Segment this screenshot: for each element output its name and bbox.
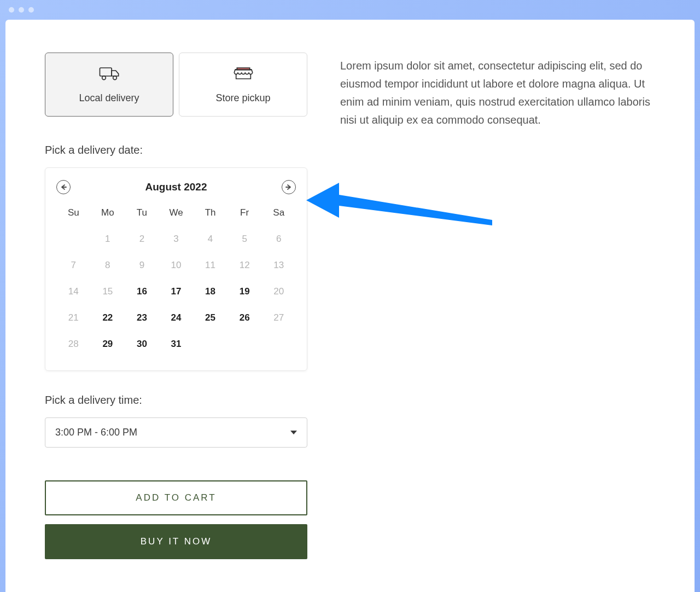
calendar-day — [56, 226, 91, 252]
calendar-weekday: Tu — [125, 203, 159, 226]
calendar-day: 20 — [261, 278, 296, 305]
calendar-weekday: Mo — [91, 203, 125, 226]
next-month-button[interactable] — [282, 180, 296, 194]
calendar-day[interactable]: 17 — [159, 278, 194, 305]
calendar-weekday: Sa — [261, 203, 296, 226]
calendar-day: 3 — [159, 226, 194, 252]
calendar-day: 21 — [56, 305, 91, 331]
time-field-label: Pick a delivery time: — [45, 394, 307, 407]
calendar-day[interactable]: 29 — [91, 331, 125, 357]
product-description: Lorem ipsum dolor sit amet, consectetur … — [340, 57, 655, 129]
calendar-grid: SuMoTuWeThFrSa12345678910111213141516171… — [56, 203, 296, 357]
svg-point-2 — [113, 76, 116, 80]
calendar-day: 27 — [261, 305, 296, 331]
window-dot — [28, 7, 34, 13]
arrow-right-icon — [285, 184, 292, 190]
calendar-weekday: Th — [193, 203, 228, 226]
calendar-day: 8 — [91, 252, 125, 278]
tab-store-pickup[interactable]: Store pickup — [179, 53, 307, 117]
arrow-left-icon — [60, 184, 67, 190]
calendar-day: 11 — [193, 252, 228, 278]
calendar-day[interactable]: 25 — [193, 305, 228, 331]
calendar-header: August 2022 — [56, 180, 296, 194]
calendar-day[interactable]: 16 — [125, 278, 159, 305]
calendar-day: 12 — [228, 252, 262, 278]
window-dot — [9, 7, 14, 13]
truck-icon — [98, 64, 120, 85]
calendar-day[interactable]: 31 — [159, 331, 194, 357]
calendar-day: 1 — [91, 226, 125, 252]
button-label: Add to Cart — [136, 492, 216, 503]
calendar-day: 14 — [56, 278, 91, 305]
calendar-day[interactable]: 30 — [125, 331, 159, 357]
checkout-panel: Local delivery Store pickup Pick a deliv… — [45, 53, 307, 559]
svg-rect-0 — [100, 68, 112, 76]
calendar-day[interactable]: 26 — [228, 305, 262, 331]
calendar-day: 2 — [125, 226, 159, 252]
calendar-day: 10 — [159, 252, 194, 278]
description-panel: Lorem ipsum dolor sit amet, consectetur … — [340, 53, 655, 559]
calendar-weekday: Su — [56, 203, 91, 226]
add-to-cart-button[interactable]: Add to Cart — [45, 480, 307, 515]
browser-frame: Local delivery Store pickup Pick a deliv… — [0, 0, 700, 592]
calendar-weekday: We — [159, 203, 194, 226]
date-picker: August 2022 SuMoTuWeThFrSa12345678910111… — [45, 167, 307, 371]
time-select-value: 3:00 PM - 6:00 PM — [55, 427, 137, 438]
calendar-day[interactable]: 18 — [193, 278, 228, 305]
store-icon — [232, 64, 254, 85]
calendar-day[interactable]: 22 — [91, 305, 125, 331]
calendar-day[interactable]: 24 — [159, 305, 194, 331]
svg-point-1 — [102, 76, 106, 80]
calendar-day[interactable]: 19 — [228, 278, 262, 305]
calendar-day: 7 — [56, 252, 91, 278]
tab-label: Local delivery — [79, 92, 139, 104]
calendar-day: 13 — [261, 252, 296, 278]
delivery-method-tabs: Local delivery Store pickup — [45, 53, 307, 117]
calendar-day: 6 — [261, 226, 296, 252]
button-label: Buy It Now — [141, 536, 212, 547]
calendar-day[interactable]: 23 — [125, 305, 159, 331]
buy-now-button[interactable]: Buy It Now — [45, 524, 307, 559]
calendar-month-title: August 2022 — [145, 181, 207, 193]
tab-local-delivery[interactable]: Local delivery — [45, 53, 173, 117]
calendar-day: 9 — [125, 252, 159, 278]
calendar-day: 5 — [228, 226, 262, 252]
date-field-label: Pick a delivery date: — [45, 144, 307, 156]
calendar-day: 15 — [91, 278, 125, 305]
chevron-down-icon — [290, 431, 297, 434]
page: Local delivery Store pickup Pick a deliv… — [5, 20, 695, 592]
calendar-day: 28 — [56, 331, 91, 357]
browser-chrome — [0, 0, 700, 20]
prev-month-button[interactable] — [56, 180, 71, 194]
time-select[interactable]: 3:00 PM - 6:00 PM — [45, 417, 307, 448]
calendar-day: 4 — [193, 226, 228, 252]
tab-label: Store pickup — [215, 92, 270, 104]
calendar-weekday: Fr — [228, 203, 262, 226]
window-dot — [19, 7, 24, 13]
